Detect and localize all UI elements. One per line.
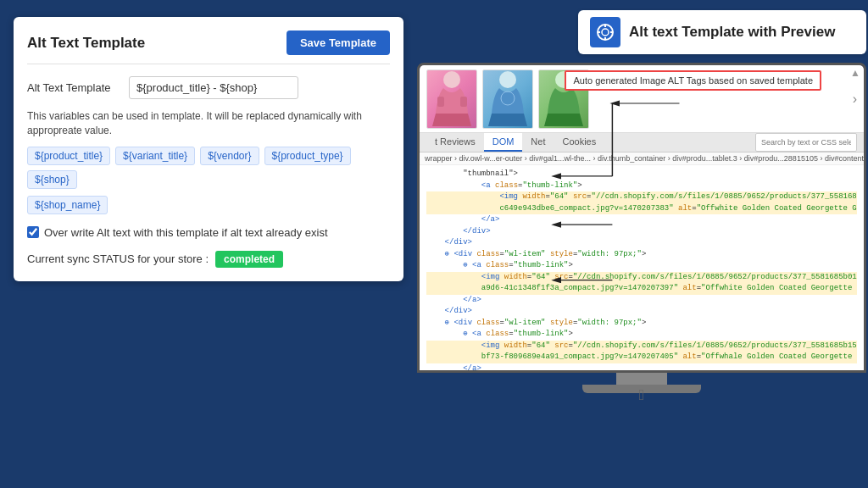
- monitor-stand: : [417, 373, 866, 393]
- code-line: </a>: [426, 295, 857, 307]
- stand-base: : [582, 385, 701, 393]
- breadcrumb-bar: wrapper › div.owl-w...er-outer › div#gal…: [420, 152, 864, 165]
- code-line: </a>: [426, 214, 857, 226]
- helper-text: This variables can be used in template. …: [27, 109, 390, 138]
- code-line: </a>: [426, 363, 857, 371]
- top-header: Alt text Template with Preview: [578, 10, 866, 54]
- svg-rect-8: [460, 97, 467, 107]
- main-layout: Alt Text Template Save Template Alt Text…: [0, 0, 868, 488]
- dom-search-input[interactable]: [755, 133, 857, 152]
- code-line-highlighted-4: a9d6-41c1348f1f3a_compact.jpg?v=14702073…: [426, 283, 857, 295]
- svg-point-6: [443, 71, 460, 88]
- product-image-2: [482, 69, 533, 129]
- panel-title: Alt Text Template: [27, 35, 145, 52]
- panel-header: Alt Text Template Save Template: [27, 30, 390, 64]
- save-template-button[interactable]: Save Template: [287, 30, 390, 55]
- code-line: ⊕ <a class="thumb-link">: [426, 329, 857, 341]
- code-line-highlighted-1: <img width="64" src="//cdn.shopify.com/s…: [426, 191, 857, 203]
- status-badge: completed: [215, 251, 283, 268]
- dom-code: "thumbnail"> <a class="thumb-link"> <img…: [420, 165, 864, 370]
- overwrite-checkbox[interactable]: [27, 226, 39, 238]
- tag-variant-title[interactable]: ${variant_title}: [115, 147, 195, 165]
- left-panel: Alt Text Template Save Template Alt Text…: [14, 17, 403, 281]
- monitor-screen: › Auto generated Image ALT Tags based on…: [417, 63, 866, 373]
- dom-area: t Reviews DOM Net Cookies wrapper › div.…: [420, 133, 864, 370]
- product-image-1: [426, 69, 477, 129]
- chevron-right-icon[interactable]: ›: [853, 92, 857, 107]
- status-row: Current sync STATUS for your store : com…: [27, 251, 390, 268]
- header-icon: [590, 17, 620, 47]
- alt-text-template-input[interactable]: [129, 76, 298, 99]
- auto-label-box: Auto generated Image ALT Tags based on s…: [565, 70, 821, 91]
- tag-shop[interactable]: ${shop}: [27, 170, 77, 189]
- tag-product-type[interactable]: ${product_type}: [264, 147, 351, 165]
- tags-row: ${product_title} ${variant_title} ${vend…: [27, 147, 390, 189]
- code-line-highlighted-5: <img width="64" src="//cdn.shopify.com/s…: [426, 341, 857, 352]
- dress-svg-1: [429, 71, 476, 126]
- code-line: ⊕ <a class="thumb-link">: [426, 260, 857, 272]
- code-line: ⊕ <div class="wl-item" style="width: 97p…: [426, 318, 857, 330]
- tab-cookies[interactable]: Cookies: [554, 133, 604, 152]
- field-label: Alt Text Template: [27, 81, 120, 94]
- product-strip: › Auto generated Image ALT Tags based on…: [420, 65, 864, 133]
- screen-content: › Auto generated Image ALT Tags based on…: [420, 65, 864, 370]
- right-panel: Alt text Template with Preview: [417, 10, 866, 393]
- header-title: Alt text Template with Preview: [629, 24, 835, 41]
- breadcrumb-text: wrapper › div.owl-w...er-outer › div#gal…: [425, 154, 864, 163]
- dress-svg-2: [485, 71, 531, 126]
- tag-vendor[interactable]: ${vendor}: [200, 147, 259, 165]
- tab-net[interactable]: Net: [522, 133, 554, 152]
- scroll-up-icon[interactable]: ▲: [850, 67, 860, 79]
- field-row: Alt Text Template: [27, 76, 390, 99]
- svg-point-1: [602, 29, 609, 36]
- code-line: </div>: [426, 237, 857, 249]
- code-line-highlighted-6: bf73-f809689e4a91_compact.jpg?v=14702074…: [426, 352, 857, 363]
- code-line: "thumbnail">: [426, 169, 857, 180]
- checkbox-label: Over write Alt text with this template i…: [44, 226, 328, 239]
- tag-product-title[interactable]: ${product_title}: [27, 147, 110, 165]
- code-line: </div>: [426, 226, 857, 238]
- tab-dom[interactable]: DOM: [484, 133, 523, 152]
- search-gear-icon: [596, 23, 615, 42]
- tag-shop-name[interactable]: ${shop_name}: [27, 196, 108, 214]
- code-line-highlighted-2: c649e943dbe6_compact.jpg?v=1470207383" a…: [426, 203, 857, 215]
- svg-point-9: [499, 71, 516, 88]
- tags-row-2: ${shop_name}: [27, 196, 390, 214]
- svg-rect-7: [437, 97, 444, 107]
- stand-neck: [616, 373, 667, 385]
- tab-reviews[interactable]: t Reviews: [426, 133, 484, 152]
- checkbox-row: Over write Alt text with this template i…: [27, 226, 390, 239]
- code-line: </div>: [426, 306, 857, 318]
- monitor: › Auto generated Image ALT Tags based on…: [417, 63, 866, 393]
- dom-tabs: t Reviews DOM Net Cookies: [420, 133, 864, 152]
- auto-label-text: Auto generated Image ALT Tags based on s…: [573, 75, 813, 86]
- code-line-highlighted-3: <img width="64" src="//cdn.shopify.com/s…: [426, 272, 857, 284]
- status-label: Current sync STATUS for your store :: [27, 252, 209, 265]
- code-line: <a class="thumb-link">: [426, 180, 857, 192]
- code-line: ⊕ <div class="wl-item" style="width: 97p…: [426, 249, 857, 261]
- apple-logo-icon: : [582, 386, 701, 404]
